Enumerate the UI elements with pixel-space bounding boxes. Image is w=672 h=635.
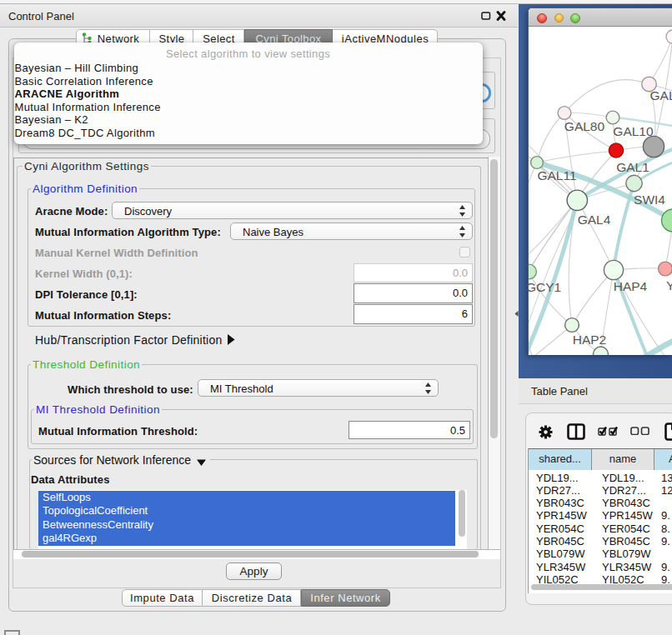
svg-text:GAL8: GAL8	[650, 88, 672, 102]
svg-text:SWI4: SWI4	[634, 192, 665, 207]
svg-text:GAL1: GAL1	[616, 160, 649, 174]
svg-text:GCY1: GCY1	[529, 280, 561, 294]
svg-text:HAP4: HAP4	[614, 279, 648, 293]
svg-text:GAL4: GAL4	[578, 212, 611, 227]
svg-text:Y: Y	[666, 278, 672, 292]
svg-text:GAL11: GAL11	[537, 168, 576, 182]
svg-text:GAL80: GAL80	[564, 119, 605, 133]
svg-text:HAP2: HAP2	[573, 332, 607, 347]
svg-text:GAL10: GAL10	[613, 124, 654, 138]
